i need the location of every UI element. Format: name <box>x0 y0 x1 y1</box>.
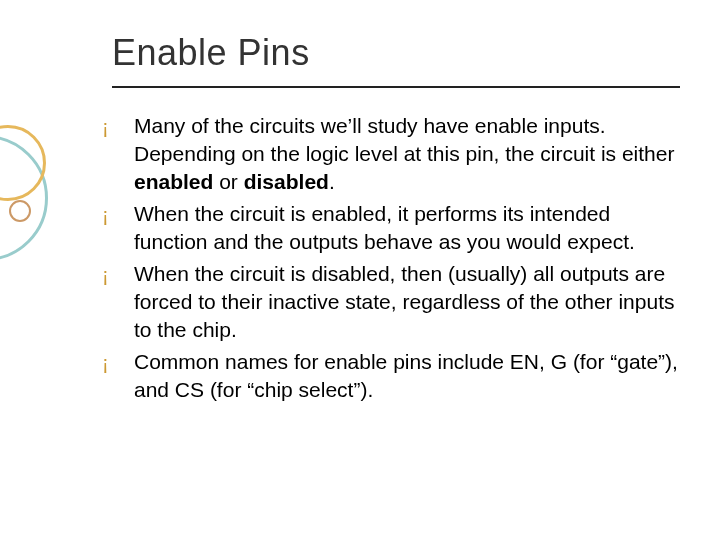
list-item: ¡ Many of the circuits we’ll study have … <box>102 112 682 196</box>
bold-run: disabled <box>244 170 329 193</box>
text-run: When the circuit is disabled, then (usua… <box>134 262 674 341</box>
bullet-icon: ¡ <box>102 112 134 141</box>
bold-run: enabled <box>134 170 213 193</box>
text-run: or <box>213 170 243 193</box>
list-item: ¡ Common names for enable pins include E… <box>102 348 682 404</box>
slide-title: Enable Pins <box>112 32 310 74</box>
bullet-icon: ¡ <box>102 200 134 229</box>
slide: Enable Pins ¡ Many of the circuits we’ll… <box>0 0 720 540</box>
text-run: Common names for enable pins include EN,… <box>134 350 678 401</box>
title-underline <box>112 86 680 88</box>
bullet-icon: ¡ <box>102 348 134 377</box>
list-item: ¡ When the circuit is enabled, it perfor… <box>102 200 682 256</box>
slide-body: ¡ Many of the circuits we’ll study have … <box>102 112 682 408</box>
item-text: When the circuit is enabled, it performs… <box>134 200 682 256</box>
text-run: . <box>329 170 335 193</box>
text-run: When the circuit is enabled, it performs… <box>134 202 635 253</box>
bullet-icon: ¡ <box>102 260 134 289</box>
item-text: When the circuit is disabled, then (usua… <box>134 260 682 344</box>
item-text: Many of the circuits we’ll study have en… <box>134 112 682 196</box>
list-item: ¡ When the circuit is disabled, then (us… <box>102 260 682 344</box>
item-text: Common names for enable pins include EN,… <box>134 348 682 404</box>
text-run: Many of the circuits we’ll study have en… <box>134 114 674 165</box>
